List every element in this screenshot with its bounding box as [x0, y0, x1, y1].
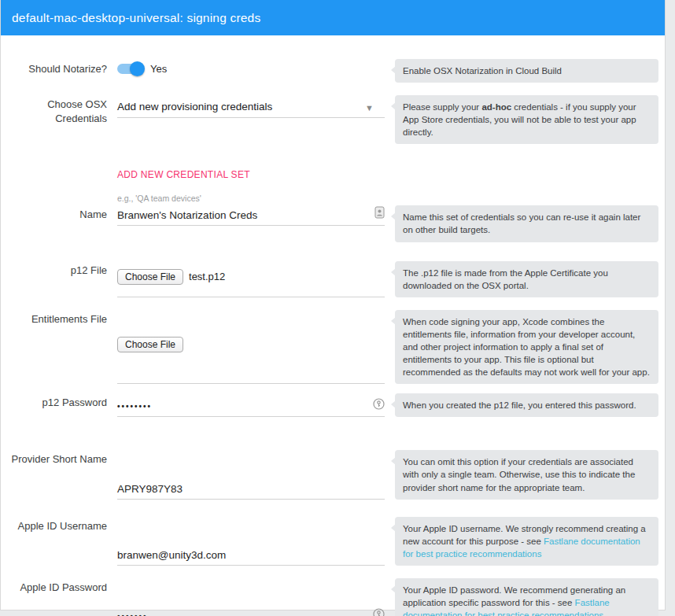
name-value: Branwen's Notarization Creds: [117, 209, 257, 221]
provider-label: Provider Short Name: [1, 450, 107, 499]
notarize-label: Should Notarize?: [1, 59, 107, 83]
add-credential-set-link[interactable]: ADD NEW CREDENTIAL SET: [117, 169, 250, 180]
row-provider-short-name: Provider Short Name APRY987Y83 You can o…: [1, 450, 665, 499]
name-input[interactable]: Branwen's Notarization Creds: [117, 206, 385, 226]
p12-password-value: ••••••••: [117, 402, 152, 412]
panel-header: default-mac-desktop-universal: signing c…: [1, 0, 665, 35]
apple-id-password-input[interactable]: •••••••: [117, 578, 385, 616]
p12-password-help: When you created the p12 file, you enter…: [395, 393, 658, 417]
name-help: Name this set of credentials so you can …: [395, 205, 658, 242]
contact-autofill-icon[interactable]: [374, 206, 385, 221]
row-p12-password: p12 Password •••••••• When you created t…: [1, 393, 665, 417]
entitlements-label: Entitlements File: [1, 310, 107, 384]
apple-id-username-value: branwen@unity3d.com: [117, 549, 226, 561]
notarize-help: Enable OSX Notarization in Cloud Build: [395, 59, 658, 83]
apple-id-password-help: Your Apple ID password. We recommend gen…: [395, 578, 658, 616]
provider-value: APRY987Y83: [117, 483, 183, 495]
apple-id-username-label: Apple ID Username: [1, 517, 107, 566]
row-p12-file: p12 File Choose File test.p12 The .p12 f…: [1, 261, 665, 297]
row-entitlements-file: Entitlements File Choose File When code …: [1, 310, 665, 384]
apple-id-username-help: Your Apple ID username. We strongly reco…: [395, 517, 658, 566]
notarize-state: Yes: [150, 63, 167, 75]
p12-password-label: p12 Password: [1, 393, 107, 417]
name-label: Name: [1, 194, 107, 242]
credentials-select[interactable]: Add new provisioning credentials ▼: [117, 95, 385, 118]
p12-file-name: test.p12: [189, 271, 225, 282]
credentials-help: Please supply your ad-hoc credentials - …: [395, 95, 658, 144]
row-choose-credentials: Choose OSX Credentials Add new provision…: [1, 95, 665, 144]
row-apple-id-password: Apple ID Password ••••••• Your Apple ID …: [1, 578, 665, 616]
row-name: Name e.g., 'QA team devices' Branwen's N…: [1, 194, 665, 242]
row-apple-id-username: Apple ID Username branwen@unity3d.com Yo…: [1, 517, 665, 566]
signing-creds-panel: default-mac-desktop-universal: signing c…: [0, 0, 666, 610]
form-content: Should Notarize? Yes Enable OSX Notariza…: [1, 35, 665, 616]
notarize-toggle[interactable]: [117, 64, 142, 74]
entitlements-help: When code signing your app, Xcode combin…: [395, 310, 658, 384]
password-key-icon[interactable]: [373, 398, 385, 412]
row-should-notarize: Should Notarize? Yes Enable OSX Notariza…: [1, 59, 665, 83]
p12-file-label: p12 File: [1, 261, 107, 297]
provider-help: You can omit this option if your credent…: [395, 450, 658, 499]
p12-file-help: The .p12 file is made from the Apple Cer…: [395, 261, 658, 297]
credentials-label: Choose OSX Credentials: [1, 95, 107, 144]
p12-password-input[interactable]: ••••••••: [117, 393, 385, 417]
credentials-select-value: Add new provisioning credentials: [117, 101, 272, 113]
page-title: default-mac-desktop-universal: signing c…: [12, 11, 260, 25]
apple-id-password-label: Apple ID Password: [1, 578, 107, 616]
p12-choose-file-button[interactable]: Choose File: [117, 269, 183, 285]
apple-id-username-input[interactable]: branwen@unity3d.com: [117, 517, 385, 566]
entitlements-choose-file-button[interactable]: Choose File: [117, 337, 183, 352]
name-hint: e.g., 'QA team devices': [117, 194, 385, 203]
password-key-icon[interactable]: [373, 608, 385, 616]
provider-input[interactable]: APRY987Y83: [117, 450, 385, 499]
chevron-down-icon: ▼: [365, 103, 385, 113]
toggle-knob-icon: [130, 61, 145, 76]
apple-id-password-value: •••••••: [117, 612, 148, 616]
